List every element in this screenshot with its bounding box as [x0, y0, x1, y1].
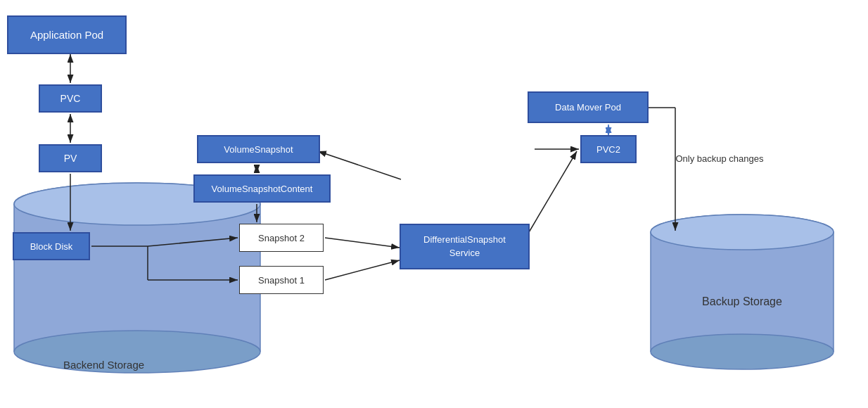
svg-rect-11 — [651, 232, 834, 352]
pv-box: PV — [39, 144, 102, 172]
svg-point-15 — [651, 215, 834, 250]
svg-line-26 — [325, 260, 400, 280]
volume-snapshot-content-box: VolumeSnapshotContent — [193, 174, 331, 203]
only-backup-changes-label: Only backup changes — [674, 153, 765, 164]
diagram: Application Pod PVC PV Block Disk Volume… — [0, 0, 868, 408]
volume-snapshot-box: VolumeSnapshot — [197, 135, 320, 163]
block-disk-box: Block Disk — [13, 232, 90, 260]
snapshot2-box: Snapshot 2 — [239, 224, 324, 252]
application-pod-box: Application Pod — [7, 15, 127, 54]
backend-storage-label: Backend Storage — [63, 359, 144, 371]
svg-line-22 — [148, 238, 238, 246]
data-mover-pod-box: Data Mover Pod — [528, 91, 649, 123]
svg-line-32 — [529, 151, 577, 232]
snapshot1-box: Snapshot 1 — [239, 266, 324, 294]
pvc2-box: PVC2 — [580, 135, 637, 163]
differential-snapshot-box: DifferentialSnapshot Service — [400, 224, 530, 269]
svg-line-25 — [325, 238, 400, 248]
svg-rect-5 — [14, 204, 260, 352]
backup-storage-label: Backup Storage — [693, 295, 791, 308]
svg-point-12 — [651, 334, 834, 369]
svg-point-10 — [651, 215, 834, 250]
pvc-box: PVC — [39, 84, 102, 113]
